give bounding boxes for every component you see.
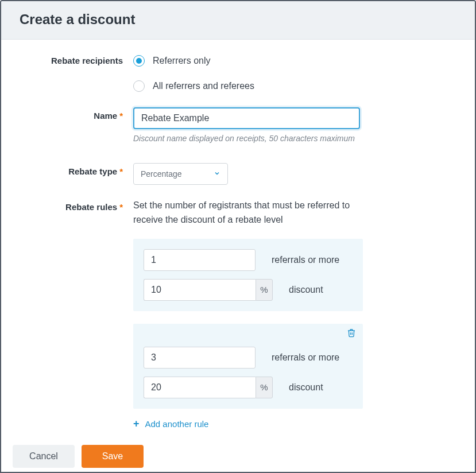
discount-label: discount xyxy=(289,382,323,393)
rule-discount-row: % discount xyxy=(144,377,353,398)
add-rule-label: Add another rule xyxy=(145,419,209,429)
chevron-down-icon xyxy=(214,170,220,179)
discount-input[interactable] xyxy=(144,279,256,301)
name-hint: Discount name displayed on receipts, 50 … xyxy=(133,133,363,145)
modal-header: Create a discount xyxy=(1,1,475,40)
row-name: Name* Discount name displayed on receipt… xyxy=(20,107,456,145)
radio-indicator-checked xyxy=(133,55,145,67)
rule-discount-row: % discount xyxy=(144,279,353,301)
row-rebate-type: Rebate type* Percentage xyxy=(20,163,456,185)
radio-label: All referrers and referees xyxy=(153,81,254,91)
field-rebate-type: Percentage xyxy=(133,163,374,185)
name-input[interactable] xyxy=(133,107,360,129)
label-rebate-rules: Rebate rules* xyxy=(20,199,133,212)
referrals-label: referrals or more xyxy=(272,255,339,265)
percent-addon: % xyxy=(256,279,273,301)
rule-card: referrals or more % discount xyxy=(133,324,363,409)
threshold-input[interactable] xyxy=(144,347,256,369)
rule-threshold-row: referrals or more xyxy=(144,347,353,369)
rule-card: referrals or more % discount xyxy=(133,239,363,311)
plus-icon: + xyxy=(133,418,140,430)
rebate-type-select[interactable]: Percentage xyxy=(133,163,228,185)
field-name: Discount name displayed on receipts, 50 … xyxy=(133,107,374,145)
field-rebate-rules: Set the number of registrants that must … xyxy=(133,199,374,430)
label-rebate-type: Rebate type* xyxy=(20,163,133,176)
add-rule-link[interactable]: + Add another rule xyxy=(133,418,374,430)
rule-threshold-row: referrals or more xyxy=(144,249,353,271)
percent-addon: % xyxy=(256,377,273,398)
modal-body: Rebate recipients Referrers only All ref… xyxy=(1,40,475,430)
radio-all-referrers-referees[interactable]: All referrers and referees xyxy=(133,77,374,95)
rules-description: Set the number of registrants that must … xyxy=(133,199,374,227)
row-recipients: Rebate recipients Referrers only All ref… xyxy=(20,52,456,103)
row-rebate-rules: Rebate rules* Set the number of registra… xyxy=(20,199,456,430)
radio-referrers-only[interactable]: Referrers only xyxy=(133,52,374,69)
referrals-label: referrals or more xyxy=(272,352,339,363)
discount-group: % xyxy=(144,377,273,398)
save-button[interactable]: Save xyxy=(82,445,144,468)
radio-indicator-unchecked xyxy=(133,80,145,92)
label-recipients: Rebate recipients xyxy=(20,52,133,65)
field-recipients: Referrers only All referrers and referee… xyxy=(133,52,374,103)
cancel-button[interactable]: Cancel xyxy=(13,445,75,468)
discount-input[interactable] xyxy=(144,377,256,398)
discount-group: % xyxy=(144,279,273,301)
modal-footer: Cancel Save xyxy=(1,435,475,473)
threshold-input[interactable] xyxy=(144,249,256,271)
delete-rule-button[interactable] xyxy=(346,328,357,340)
discount-label: discount xyxy=(289,285,323,295)
label-name: Name* xyxy=(20,107,133,121)
trash-icon xyxy=(347,328,356,340)
modal-title: Create a discount xyxy=(20,11,456,28)
radio-label: Referrers only xyxy=(153,56,210,66)
select-value: Percentage xyxy=(141,169,182,179)
